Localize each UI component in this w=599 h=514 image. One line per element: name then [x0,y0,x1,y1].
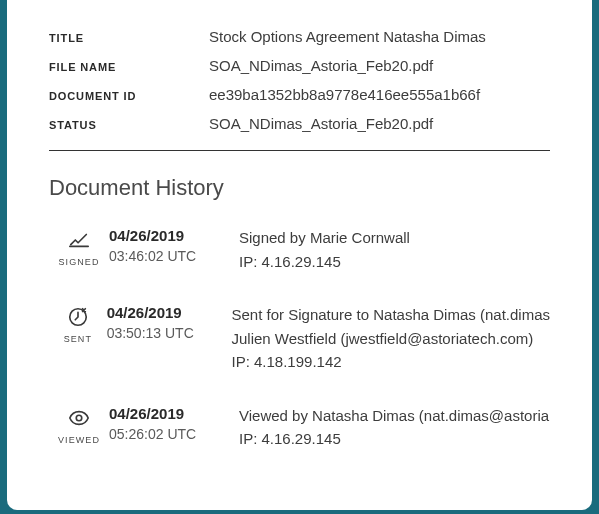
meta-row-filename: FILE NAME SOA_NDimas_Astoria_Feb20.pdf [49,57,550,74]
meta-row-status: STATUS SOA_NDimas_Astoria_Feb20.pdf [49,115,550,132]
detail-column: Sent for Signature to Natasha Dimas (nat… [232,304,551,375]
history-detail: Julien Westfield (jwestfield@astoriatech… [232,328,551,351]
svg-point-1 [76,415,82,421]
icon-column: SENT [49,304,107,375]
meta-value: SOA_NDimas_Astoria_Feb20.pdf [209,115,433,132]
meta-label: TITLE [49,32,209,44]
meta-label: DOCUMENT ID [49,90,209,102]
history-section: SIGNED 04/26/2019 03:46:02 UTC Signed by… [7,227,592,452]
icon-column: VIEWED [49,405,109,452]
meta-value: ee39ba1352bb8a9778e416ee555a1b66f [209,86,480,103]
history-detail: Viewed by Natasha Dimas (nat.dimas@astor… [239,405,550,428]
history-time: 03:50:13 UTC [107,325,232,341]
meta-label: FILE NAME [49,61,209,73]
document-card: TITLE Stock Options Agreement Natasha Di… [7,0,592,510]
icon-label: SENT [64,334,92,344]
icon-label: VIEWED [58,435,100,445]
meta-value: SOA_NDimas_Astoria_Feb20.pdf [209,57,433,74]
icon-column: SIGNED [49,227,109,274]
date-column: 04/26/2019 03:46:02 UTC [109,227,239,274]
history-row-sent: SENT 04/26/2019 03:50:13 UTC Sent for Si… [49,304,550,375]
history-time: 03:46:02 UTC [109,248,239,264]
history-detail: Signed by Marie Cornwall [239,227,550,250]
history-ip: IP: 4.16.29.145 [239,251,550,274]
meta-label: STATUS [49,119,209,131]
history-date: 04/26/2019 [109,227,239,244]
metadata-section: TITLE Stock Options Agreement Natasha Di… [7,28,592,132]
detail-column: Signed by Marie Cornwall IP: 4.16.29.145 [239,227,550,274]
date-column: 04/26/2019 05:26:02 UTC [109,405,239,452]
history-row-viewed: VIEWED 04/26/2019 05:26:02 UTC Viewed by… [49,405,550,452]
signature-icon [68,229,90,251]
date-column: 04/26/2019 03:50:13 UTC [107,304,232,375]
history-ip: IP: 4.18.199.142 [232,351,551,374]
history-row-signed: SIGNED 04/26/2019 03:46:02 UTC Signed by… [49,227,550,274]
history-date: 04/26/2019 [107,304,232,321]
meta-row-title: TITLE Stock Options Agreement Natasha Di… [49,28,550,45]
history-title: Document History [7,175,592,201]
meta-row-docid: DOCUMENT ID ee39ba1352bb8a9778e416ee555a… [49,86,550,103]
meta-value: Stock Options Agreement Natasha Dimas [209,28,486,45]
eye-icon [68,407,90,429]
history-date: 04/26/2019 [109,405,239,422]
detail-column: Viewed by Natasha Dimas (nat.dimas@astor… [239,405,550,452]
history-detail: Sent for Signature to Natasha Dimas (nat… [232,304,551,327]
divider [49,150,550,151]
icon-label: SIGNED [59,257,100,267]
history-ip: IP: 4.16.29.145 [239,428,550,451]
history-time: 05:26:02 UTC [109,426,239,442]
sent-icon [67,306,89,328]
